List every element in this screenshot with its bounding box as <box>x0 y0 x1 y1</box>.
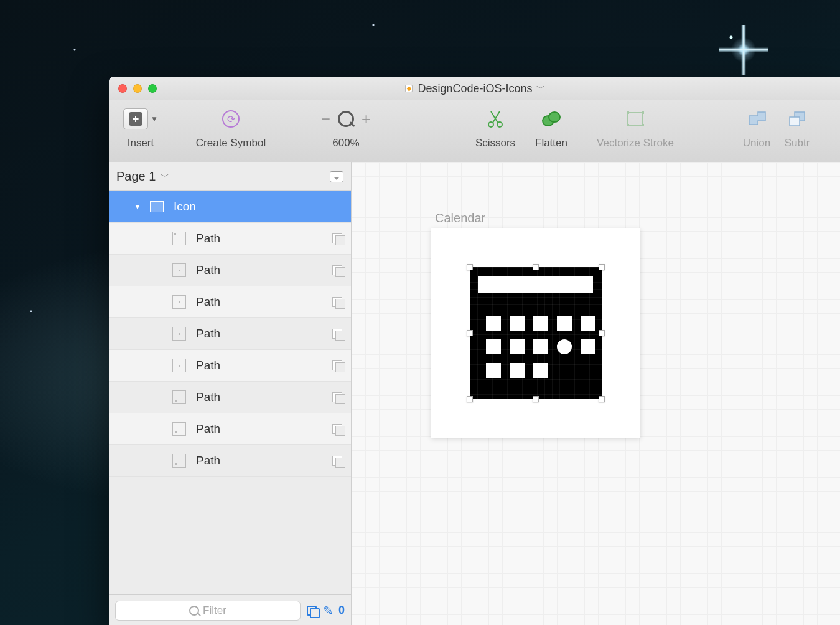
svg-point-1 <box>497 122 502 127</box>
page-name: Page 1 <box>116 169 156 184</box>
union-tool[interactable]: Union <box>735 104 778 153</box>
flatten-icon <box>541 104 562 134</box>
selection-handle[interactable] <box>467 396 473 402</box>
svg-point-3 <box>549 112 560 122</box>
pages-panel-toggle[interactable] <box>330 171 343 182</box>
mask-indicator-icon <box>332 329 345 339</box>
shape-icon <box>171 454 187 468</box>
subtract-label: Subtr <box>785 134 810 153</box>
app-window: DesignCode-iOS-Icons ﹀ +▼ Insert ⟳ Creat… <box>109 77 840 625</box>
toolbar: +▼ Insert ⟳ Create Symbol −+ 600% Scisso… <box>109 100 840 162</box>
insert-label: Insert <box>128 134 154 153</box>
flatten-tool[interactable]: Flatten <box>523 104 579 153</box>
page-selector[interactable]: Page 1﹀ <box>109 162 351 191</box>
create-symbol-label: Create Symbol <box>196 134 266 153</box>
vectorize-label: Vectorize Stroke <box>597 134 674 153</box>
sidebar-footer: Filter ✎ 0 <box>109 594 351 625</box>
layer-path[interactable]: Path <box>109 318 351 350</box>
window-body: Page 1﹀ ▼ Icon Path Path <box>109 162 840 625</box>
shape-icon <box>171 295 187 309</box>
svg-rect-4 <box>628 113 643 125</box>
layer-path[interactable]: Path <box>109 223 351 255</box>
mask-indicator-icon <box>332 297 345 307</box>
shape-icon <box>171 327 187 341</box>
layer-list: ▼ Icon Path Path Path <box>109 191 351 594</box>
layers-sidebar: Page 1﹀ ▼ Icon Path Path <box>109 162 352 625</box>
union-label: Union <box>743 134 770 153</box>
selection-handle[interactable] <box>599 330 605 336</box>
layer-name: Icon <box>174 200 196 214</box>
search-icon <box>189 606 199 616</box>
selection-handle[interactable] <box>533 396 539 402</box>
shape-icon <box>171 390 187 404</box>
layer-path[interactable]: Path <box>109 350 351 382</box>
vectorize-stroke-icon <box>625 104 646 134</box>
layer-name: Path <box>196 232 220 245</box>
shape-icon <box>171 359 187 372</box>
document-title-text: DesignCode-iOS-Icons <box>418 82 532 95</box>
layer-path[interactable]: Path <box>109 382 351 413</box>
scissors-icon <box>486 104 505 134</box>
mask-indicator-icon <box>332 456 345 466</box>
create-symbol-tool[interactable]: ⟳ Create Symbol <box>169 104 293 153</box>
scissors-label: Scissors <box>475 134 515 153</box>
document-proxy-icon <box>404 83 414 93</box>
mask-indicator-icon <box>332 392 345 402</box>
canvas[interactable]: Calendar <box>352 162 840 625</box>
mask-indicator-icon <box>332 265 345 275</box>
title-dropdown-indicator: ﹀ <box>536 83 545 94</box>
subtract-icon <box>787 104 807 134</box>
layer-name: Path <box>196 295 220 309</box>
svg-point-0 <box>488 122 493 127</box>
filter-placeholder: Filter <box>203 604 226 617</box>
zoom-control[interactable]: −+ 600% <box>293 104 399 153</box>
layer-name: Path <box>196 390 220 404</box>
flatten-label: Flatten <box>535 134 567 153</box>
close-window-button[interactable] <box>118 84 127 93</box>
zoom-level: 600% <box>332 134 359 153</box>
insert-tool[interactable]: +▼ Insert <box>113 104 169 153</box>
layer-path[interactable]: Path <box>109 255 351 286</box>
svg-rect-5 <box>627 111 629 114</box>
shape-icon <box>171 263 187 277</box>
disclosure-triangle[interactable]: ▼ <box>134 202 145 211</box>
layer-name: Path <box>196 263 220 277</box>
svg-rect-10 <box>790 117 800 126</box>
mask-indicator-icon <box>332 233 345 243</box>
scissors-tool[interactable]: Scissors <box>467 104 523 153</box>
selection-handle[interactable] <box>467 330 473 336</box>
filter-input[interactable]: Filter <box>115 601 301 621</box>
selection-handle[interactable] <box>599 264 605 270</box>
titlebar: DesignCode-iOS-Icons ﹀ <box>109 77 840 100</box>
svg-rect-7 <box>627 124 629 126</box>
layer-name: Path <box>196 327 220 341</box>
union-icon <box>747 104 767 134</box>
artboard-label[interactable]: Calendar <box>435 211 485 225</box>
vectorize-stroke-tool[interactable]: Vectorize Stroke <box>579 104 691 153</box>
shape-icon <box>171 232 187 245</box>
zoom-window-button[interactable] <box>148 84 157 93</box>
svg-rect-8 <box>642 124 644 126</box>
layer-name: Path <box>196 359 220 372</box>
minimize-window-button[interactable] <box>133 84 142 93</box>
layer-name: Path <box>196 422 220 436</box>
selection-handle[interactable] <box>533 264 539 270</box>
layer-path[interactable]: Path <box>109 286 351 318</box>
calendar-icon-shape[interactable] <box>470 267 602 399</box>
selection-handle[interactable] <box>599 396 605 402</box>
exportable-filter-icon[interactable]: ✎ <box>323 603 334 618</box>
mask-indicator-icon <box>332 360 345 370</box>
window-controls <box>109 84 157 93</box>
artboard-icon <box>149 200 165 214</box>
slices-filter-icon[interactable] <box>307 606 318 616</box>
layer-path[interactable]: Path <box>109 445 351 477</box>
subtract-tool[interactable]: Subtr <box>778 104 816 153</box>
slice-count: 0 <box>338 604 345 617</box>
chevron-down-icon: ﹀ <box>161 171 169 182</box>
magnifier-icon <box>337 110 355 128</box>
shape-icon <box>171 422 187 436</box>
svg-rect-6 <box>642 111 644 114</box>
layer-path[interactable]: Path <box>109 413 351 445</box>
selection-handle[interactable] <box>467 264 473 270</box>
layer-artboard-icon[interactable]: ▼ Icon <box>109 191 351 223</box>
